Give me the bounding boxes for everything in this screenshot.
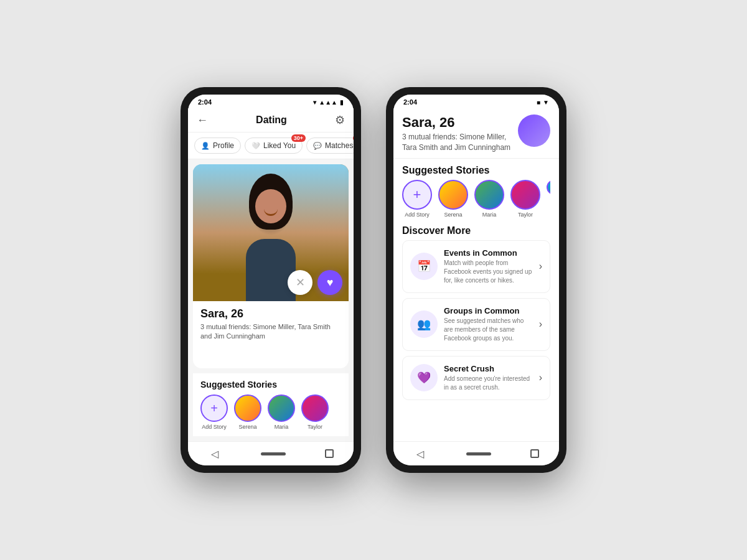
discover-groups-card[interactable]: 👥 Groups in Common See suggested matches… (402, 298, 550, 351)
add-story-label: Add Story (202, 424, 227, 430)
p2-add-label: Add Story (405, 212, 430, 218)
back-nav-button-2[interactable]: ◁ (413, 447, 427, 460)
story-row: + Add Story Serena Maria (200, 394, 341, 430)
pass-button[interactable]: ✕ (288, 270, 312, 295)
p2-story-serena[interactable]: Serena (438, 180, 468, 218)
status-time-1: 2:04 (198, 98, 212, 106)
signal-icon-2: ▼ (543, 99, 549, 106)
events-title: Events in Common (444, 248, 533, 258)
match-photo: ✕ ♥ (193, 164, 349, 301)
p2-jo-circle (547, 180, 550, 195)
groups-arrow-icon: › (539, 319, 542, 330)
suggested-stories-preview: Suggested Stories + Add Story Serena (193, 373, 349, 436)
p2-maria-label: Maria (482, 212, 497, 218)
status-bar-2: 2:04 ■ ▼ (393, 95, 559, 108)
wifi-icon-2: ■ (537, 99, 540, 106)
p2-serena-label: Serena (444, 212, 462, 218)
story-item-add[interactable]: + Add Story (200, 394, 228, 430)
tab-liked-you[interactable]: 30+ 🤍 Liked You (245, 138, 303, 154)
p2-discover-title: Discover More (402, 225, 550, 236)
events-icon-wrap: 📅 (410, 253, 438, 280)
crush-icon: 💜 (417, 371, 431, 385)
recents-nav-button[interactable] (325, 449, 334, 458)
p2-taylor-circle (510, 180, 540, 210)
discover-events-card[interactable]: 📅 Events in Common Match with people fro… (402, 240, 550, 293)
home-nav-pill[interactable] (261, 452, 286, 455)
back-button[interactable]: ← (197, 114, 208, 127)
profile-text: Sara, 26 3 mutual friends: Simone Miller… (402, 114, 512, 153)
add-story-circle: + (200, 394, 228, 422)
maria-story-label: Maria (275, 424, 289, 430)
status-icons-2: ■ ▼ (537, 99, 549, 106)
groups-title: Groups in Common (444, 306, 533, 315)
card-area: ✕ ♥ Sara, 26 3 mutual friends: Simone Mi… (188, 159, 354, 441)
profile-tab-icon: 👤 (201, 142, 210, 150)
events-text: Events in Common Match with people from … (444, 248, 533, 285)
groups-text: Groups in Common See suggested matches w… (444, 306, 533, 343)
add-story-icon: + (210, 401, 218, 416)
status-time-2: 2:04 (403, 98, 417, 106)
groups-icon-wrap: 👥 (410, 310, 438, 338)
crush-title: Secret Crush (444, 364, 533, 373)
phone-2: 2:04 ■ ▼ Sara, 26 3 mutual friends: Simo… (386, 87, 566, 473)
p2-suggested-title: Suggested Stories (402, 165, 550, 176)
phone-1: 2:04 ▾ ▲▲▲ ▮ ← Dating ⚙ 👤 (181, 87, 361, 473)
discover-crush-card[interactable]: 💜 Secret Crush Add someone you're intere… (402, 356, 550, 400)
settings-button[interactable]: ⚙ (335, 113, 345, 127)
liked-you-tab-label: Liked You (263, 141, 296, 150)
crush-text: Secret Crush Add someone you're interest… (444, 364, 533, 392)
groups-desc: See suggested matches who are members of… (444, 317, 533, 343)
suggested-stories-title: Suggested Stories (200, 380, 341, 390)
crush-arrow-icon: › (539, 372, 542, 383)
liked-you-badge: 30+ (291, 134, 306, 142)
p2-discover-more: Discover More 📅 Events in Common Match w… (402, 225, 550, 405)
events-arrow-icon: › (539, 261, 542, 272)
taylor-story-circle (301, 394, 329, 422)
wifi-icon: ▾ (313, 99, 316, 106)
matches-badge: 2 (353, 134, 354, 142)
p2-suggested-stories: Suggested Stories + Add Story Serena (402, 165, 550, 218)
battery-icon: ▮ (340, 99, 344, 106)
p2-story-add[interactable]: + Add Story (402, 180, 432, 218)
status-icons-1: ▾ ▲▲▲ ▮ (313, 99, 344, 106)
match-card: ✕ ♥ Sara, 26 3 mutual friends: Simone Mi… (193, 164, 349, 368)
events-desc: Match with people from Facebook events y… (444, 259, 533, 285)
status-bar-1: 2:04 ▾ ▲▲▲ ▮ (188, 95, 354, 108)
phone2-content: Sara, 26 3 mutual friends: Simone Miller… (393, 108, 559, 441)
taylor-story-label: Taylor (308, 424, 322, 430)
recents-nav-button-2[interactable] (530, 449, 539, 458)
p2-serena-circle (438, 180, 468, 210)
phone1-content: ← Dating ⚙ 👤 Profile 30+ 🤍 Liked You (188, 108, 354, 441)
home-nav-pill-2[interactable] (466, 452, 491, 455)
app-header: ← Dating ⚙ (188, 108, 354, 133)
p2-maria-circle (474, 180, 504, 210)
crush-desc: Add someone you're interested in as a se… (444, 375, 533, 392)
phone2-scroll[interactable]: Suggested Stories + Add Story Serena (393, 159, 559, 441)
p2-story-taylor[interactable]: Taylor (510, 180, 540, 218)
tab-profile[interactable]: 👤 Profile (194, 138, 241, 154)
p2-add-icon: + (413, 187, 421, 203)
matches-tab-label: Matches (325, 141, 353, 150)
p2-story-maria[interactable]: Maria (474, 180, 504, 218)
like-button[interactable]: ♥ (317, 270, 342, 295)
p2-add-circle: + (402, 180, 432, 210)
serena-story-circle (234, 394, 261, 422)
story-item-taylor[interactable]: Taylor (301, 394, 329, 430)
maria-story-circle (268, 394, 295, 422)
story-item-serena[interactable]: Serena (234, 394, 261, 430)
p2-story-row: + Add Story Serena Maria (402, 180, 550, 218)
p2-story-jo[interactable]: Jo (547, 180, 550, 218)
serena-story-label: Serena (238, 424, 256, 430)
app-title: Dating (256, 114, 287, 126)
story-item-maria[interactable]: Maria (268, 394, 295, 430)
profile-name: Sara, 26 (402, 114, 512, 131)
profile-avatar (518, 114, 550, 147)
crush-icon-wrap: 💜 (410, 364, 438, 391)
card-info: Sara, 26 3 mutual friends: Simone Miller… (193, 301, 349, 347)
profile-mutual: 3 mutual friends: Simone Miller, Tara Sm… (402, 132, 512, 153)
tab-matches[interactable]: 2 💬 Matches (306, 138, 354, 154)
phone2-nav: ◁ (393, 441, 559, 465)
back-nav-button[interactable]: ◁ (208, 447, 222, 460)
profile-top: Sara, 26 3 mutual friends: Simone Miller… (393, 108, 559, 159)
phone1-nav: ◁ (188, 441, 354, 465)
